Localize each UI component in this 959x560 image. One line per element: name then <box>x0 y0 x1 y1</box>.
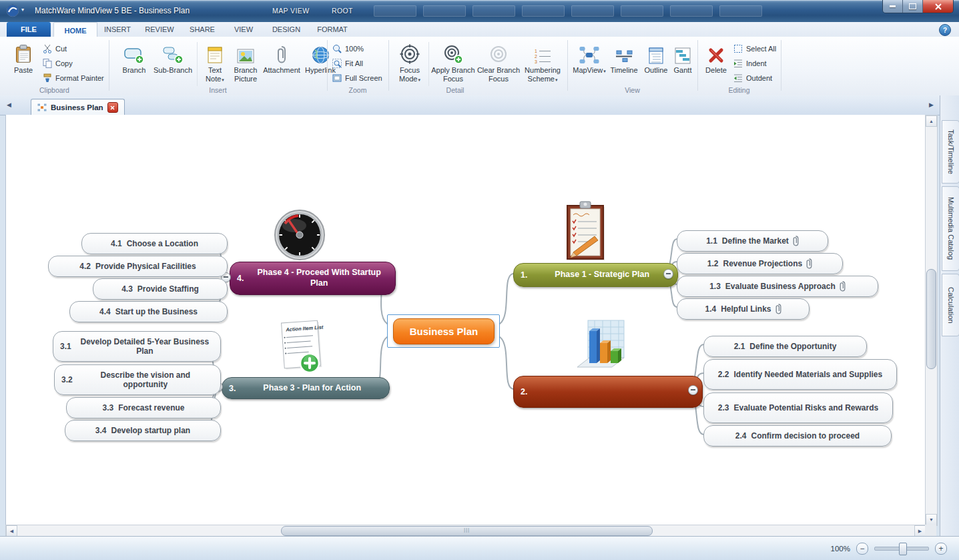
collapse-toggle-phase-1[interactable] <box>663 269 673 279</box>
sub-branch-node-3-4[interactable]: 3.4 Develop startup plan <box>65 420 221 441</box>
mapview-button[interactable]: MapView▾ <box>573 40 606 88</box>
tab-view[interactable]: VIEW <box>224 22 263 37</box>
zoom-slider-thumb[interactable] <box>899 543 907 555</box>
side-tab-multimedia-catalog[interactable]: Multimedia Catalog <box>942 186 959 271</box>
collapse-toggle-phase-2[interactable] <box>688 385 698 395</box>
outline-icon <box>649 40 663 64</box>
scroll-up-icon[interactable]: ▲ <box>926 115 937 127</box>
gantt-button[interactable]: Gantt <box>670 40 695 88</box>
bar-chart-picture[interactable] <box>575 319 625 374</box>
doc-scroll-left-icon[interactable]: ◀ <box>7 101 11 108</box>
attachment-icon[interactable] <box>806 258 812 269</box>
outdent-icon <box>733 73 743 83</box>
branch-button[interactable]: Branch <box>117 40 151 88</box>
outline-button[interactable]: Outline <box>642 40 670 88</box>
sub-branch-node-4-1[interactable]: 4.1 Choose a Location <box>81 233 228 254</box>
scroll-right-icon[interactable]: ▶ <box>914 525 926 537</box>
zoom-in-button[interactable]: + <box>935 543 947 555</box>
zoom-out-button[interactable]: − <box>856 543 868 555</box>
sub-branch-node-2-2[interactable]: 2.2 Identify Needed Materials and Suppli… <box>703 359 897 390</box>
sub-branch-node-1-1[interactable]: 1.1 Define the Market <box>677 230 828 252</box>
scroll-left-icon[interactable]: ◀ <box>6 525 17 537</box>
indent-button[interactable]: Indent <box>733 57 767 70</box>
vertical-scrollbar[interactable]: ▲ ▼ <box>925 115 938 526</box>
horizontal-scrollbar-thumb[interactable] <box>281 526 653 536</box>
paste-button[interactable]: Paste <box>8 40 39 88</box>
branch-number: 3. <box>229 384 236 393</box>
text-note-button[interactable]: Text Note▾ <box>201 40 229 88</box>
branch-node-phase-4[interactable]: 4. Phase 4 - Proceed With Startup Plan <box>230 262 396 295</box>
sub-branch-node-4-4[interactable]: 4.4 Start up the Business <box>69 301 228 322</box>
svg-text:3: 3 <box>535 59 537 64</box>
tab-insert[interactable]: INSERT <box>97 22 137 37</box>
branch-node-phase-3[interactable]: 3. Phase 3 - Plan for Action <box>222 377 390 399</box>
attachment-icon[interactable] <box>793 236 799 246</box>
close-button[interactable] <box>923 0 953 13</box>
sub-branch-node-1-4[interactable]: 1.4 Helpful Links <box>677 298 810 320</box>
scroll-down-icon[interactable]: ▼ <box>926 514 937 525</box>
focus-mode-button[interactable]: Focus Mode▾ <box>394 40 426 88</box>
outdent-button[interactable]: Outdent <box>733 71 772 85</box>
sub-branch-node-3-3[interactable]: 3.3 Forecast revenue <box>66 397 221 418</box>
apply-branch-focus-button[interactable]: Apply Branch Focus <box>431 40 475 88</box>
fit-all-button[interactable]: Fit All <box>332 57 363 70</box>
clipboard-picture[interactable] <box>563 199 609 263</box>
sub-branch-node-1-2[interactable]: 1.2 Revenue Projections <box>677 253 843 274</box>
cut-icon <box>43 44 52 53</box>
sub-branch-node-2-4[interactable]: 2.4 Confirm decision to proceed <box>703 425 892 447</box>
sub-branch-node-2-1[interactable]: 2.1 Define the Opportunity <box>703 336 867 357</box>
numbering-scheme-button[interactable]: 1 2 3 Numbering Scheme▾ <box>522 40 563 88</box>
attachment-icon[interactable] <box>840 281 846 292</box>
mindmap-canvas[interactable]: Action Item List <box>5 115 926 525</box>
fit-all-icon <box>332 59 342 68</box>
zoom-control: 100% − + <box>831 543 947 555</box>
maximize-button[interactable] <box>903 0 923 13</box>
zoom-100-button[interactable]: 100% <box>332 42 364 55</box>
quick-access-chevron-icon[interactable]: ▾ <box>21 7 24 13</box>
tab-file[interactable]: FILE <box>7 22 51 37</box>
timeline-button[interactable]: Timeline <box>607 40 641 88</box>
tab-share[interactable]: SHARE <box>182 22 223 37</box>
sub-branch-node-3-1[interactable]: 3.1 Develop Detailed 5-Year Business Pla… <box>53 331 221 362</box>
branch-node-phase-2[interactable]: 2. <box>513 376 703 408</box>
vertical-scrollbar-thumb[interactable] <box>926 269 936 369</box>
action-list-picture[interactable]: Action Item List <box>275 319 328 376</box>
sub-branch-node-4-2[interactable]: 4.2 Provide Physical Facilities <box>48 256 228 277</box>
zoom-slider[interactable] <box>874 547 929 551</box>
close-tab-icon[interactable] <box>107 102 118 113</box>
attachment-icon[interactable] <box>775 304 781 314</box>
gauge-picture[interactable] <box>272 208 328 262</box>
side-panel: Task/Timeline Multimedia Catalog Calcula… <box>940 95 959 536</box>
side-tab-task-timeline[interactable]: Task/Timeline <box>942 120 959 184</box>
branch-picture-button[interactable]: Branch Picture <box>230 40 261 88</box>
sub-branch-node-4-3[interactable]: 4.3 Provide Staffing <box>93 278 228 300</box>
sub-branch-node-2-3[interactable]: 2.3 Evaluate Potential Risks and Rewards <box>703 392 893 423</box>
sub-branch-node-1-3[interactable]: 1.3 Evaluate Business Approach <box>677 276 878 297</box>
attachment-button[interactable]: Attachment <box>262 40 301 88</box>
clear-branch-focus-icon <box>489 40 509 64</box>
full-screen-button[interactable]: Full Screen <box>332 71 382 85</box>
select-all-button[interactable]: Select All <box>733 42 776 55</box>
tab-format[interactable]: FORMAT <box>310 22 355 37</box>
cut-button[interactable]: Cut <box>43 42 67 55</box>
mapview-icon <box>579 40 599 64</box>
help-icon[interactable]: ? <box>939 24 951 36</box>
branch-node-phase-1[interactable]: 1. Phase 1 - Strategic Plan <box>513 263 678 287</box>
tab-design[interactable]: DESIGN <box>264 22 308 37</box>
apply-branch-focus-icon <box>443 40 463 64</box>
doc-scroll-right-icon[interactable]: ▶ <box>929 101 934 108</box>
sub-branch-node-3-2[interactable]: 3.2 Describe the vision and opportunity <box>54 364 221 395</box>
window-controls <box>882 0 954 13</box>
view-group-title: View <box>567 86 697 94</box>
copy-button[interactable]: Copy <box>43 57 73 70</box>
side-tab-calculation[interactable]: Calculation <box>942 274 959 336</box>
format-painter-button[interactable]: Format Painter <box>43 71 104 85</box>
delete-button[interactable]: Delete <box>701 40 731 88</box>
clear-branch-focus-button[interactable]: Clear Branch Focus <box>476 40 521 88</box>
tab-review[interactable]: REVIEW <box>139 22 180 37</box>
sub-branch-button[interactable]: Sub-Branch <box>153 40 193 88</box>
minimize-button[interactable] <box>883 0 903 13</box>
app-icon[interactable] <box>6 4 19 17</box>
document-tab-business-plan[interactable]: Business Plan <box>31 99 125 115</box>
root-node[interactable]: Business Plan <box>393 318 495 344</box>
